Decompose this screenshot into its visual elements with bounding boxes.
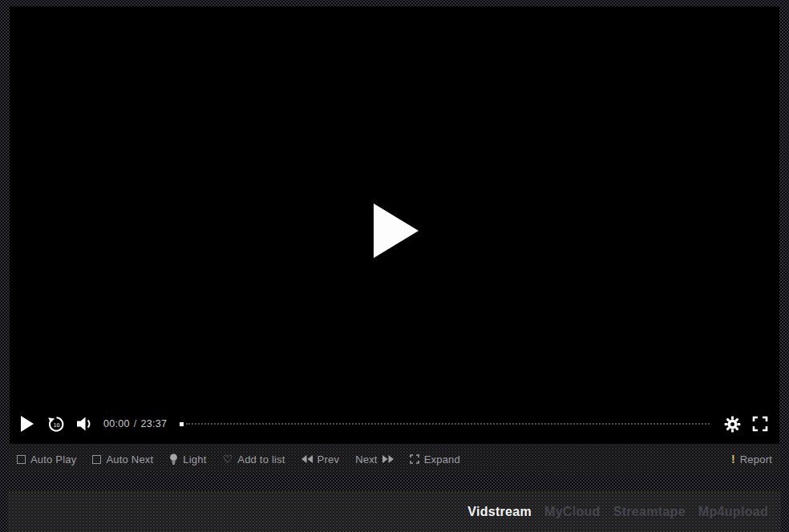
checkbox-icon[interactable] bbox=[92, 455, 101, 464]
gear-icon bbox=[724, 416, 741, 433]
auto-play-toggle[interactable]: Auto Play bbox=[17, 453, 76, 466]
rewind-10-label: 10 bbox=[53, 421, 59, 428]
player-control-bar: 10 00:00 / 23:37 bbox=[10, 408, 779, 440]
next-icon bbox=[382, 455, 394, 463]
expand-icon bbox=[410, 454, 419, 464]
big-play-button[interactable] bbox=[374, 204, 419, 258]
server-tab-streamtape[interactable]: Streamtape bbox=[613, 505, 686, 519]
server-panel: Vidstream MyCloud Streamtape Mp4upload bbox=[8, 491, 781, 532]
light-toggle[interactable]: Light bbox=[169, 453, 206, 466]
seek-bar[interactable] bbox=[180, 421, 711, 427]
rewind-10-icon: 10 bbox=[47, 415, 66, 433]
next-episode-button[interactable]: Next bbox=[355, 453, 394, 466]
time-separator: / bbox=[134, 418, 137, 429]
page: { "player": { "controls": { "current_tim… bbox=[0, 0, 789, 532]
auto-next-label: Auto Next bbox=[106, 453, 153, 466]
play-button[interactable] bbox=[21, 416, 34, 432]
expand-label: Expand bbox=[424, 453, 460, 466]
heart-icon: ♡ bbox=[223, 453, 233, 465]
server-tab-mycloud[interactable]: MyCloud bbox=[544, 505, 601, 519]
settings-button[interactable] bbox=[724, 416, 741, 433]
add-to-list-label: Add to list bbox=[237, 453, 285, 466]
prev-label: Prev bbox=[318, 453, 340, 466]
play-icon bbox=[21, 416, 34, 432]
seek-thumb[interactable] bbox=[180, 422, 184, 426]
server-tab-vidstream[interactable]: Vidstream bbox=[467, 505, 532, 519]
light-label: Light bbox=[183, 453, 206, 466]
seek-track[interactable] bbox=[186, 423, 710, 425]
report-exclamation-icon: ! bbox=[731, 453, 735, 466]
checkbox-icon[interactable] bbox=[17, 455, 26, 464]
video-player[interactable]: 10 00:00 / 23:37 bbox=[10, 6, 779, 444]
rewind-10-button[interactable]: 10 bbox=[47, 415, 66, 433]
player-toolbar: Auto Play Auto Next Light ♡ Add to list … bbox=[8, 444, 781, 474]
current-time: 00:00 bbox=[103, 418, 130, 429]
time-display: 00:00 / 23:37 bbox=[103, 418, 167, 429]
lightbulb-icon bbox=[169, 453, 178, 466]
volume-icon bbox=[77, 417, 94, 431]
prev-episode-button[interactable]: Prev bbox=[301, 453, 340, 466]
duration: 23:37 bbox=[141, 418, 168, 429]
fullscreen-button[interactable] bbox=[752, 416, 768, 432]
volume-button[interactable] bbox=[77, 417, 94, 431]
fullscreen-icon bbox=[752, 416, 768, 432]
report-button[interactable]: ! Report bbox=[731, 453, 772, 466]
next-label: Next bbox=[355, 453, 378, 466]
auto-next-toggle[interactable]: Auto Next bbox=[92, 453, 153, 466]
auto-play-label: Auto Play bbox=[30, 453, 76, 466]
prev-icon bbox=[301, 455, 313, 463]
report-label: Report bbox=[740, 453, 772, 466]
expand-button[interactable]: Expand bbox=[410, 453, 460, 466]
server-tab-mp4upload[interactable]: Mp4upload bbox=[698, 505, 768, 519]
add-to-list-button[interactable]: ♡ Add to list bbox=[223, 453, 285, 466]
